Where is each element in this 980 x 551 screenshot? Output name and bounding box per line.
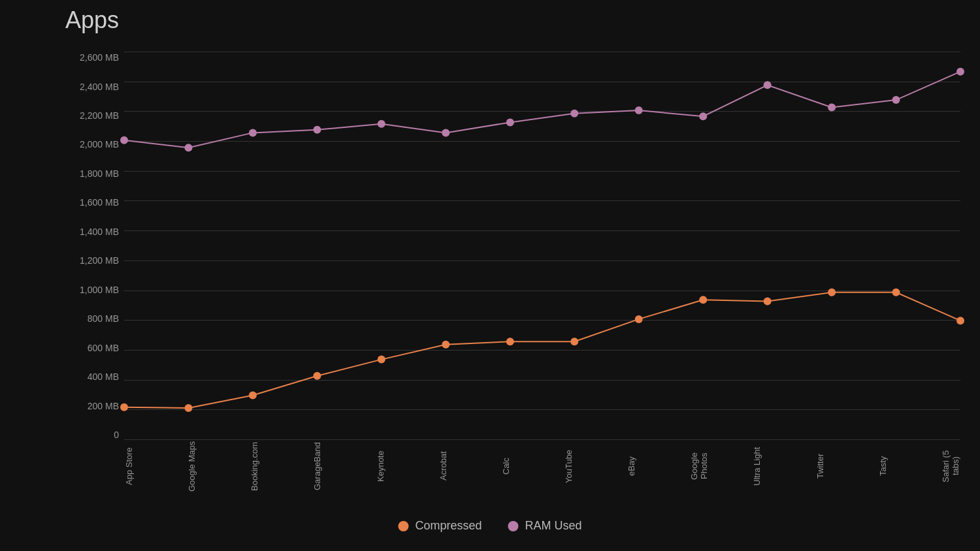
x-label: Keynote (376, 440, 395, 492)
chart-title: Apps (65, 7, 119, 34)
ram-used-dot (570, 110, 578, 118)
legend: Compressed RAM Used (398, 519, 581, 533)
x-label: GarageBand (312, 440, 332, 492)
x-label: Google Maps (187, 440, 206, 492)
ram-used-dot (635, 106, 643, 114)
y-label: 400 MB (65, 371, 124, 382)
x-label: YouTube (564, 440, 583, 492)
x-label: eBay (627, 440, 646, 492)
ram-used-dot (120, 136, 128, 144)
y-label: 600 MB (65, 343, 124, 353)
ram-used-label: RAM Used (525, 519, 582, 533)
chart-svg (124, 52, 960, 440)
y-label: 2,200 MB (65, 110, 124, 121)
compressed-dot (249, 392, 257, 400)
compressed-line (124, 292, 960, 408)
compressed-dot (764, 298, 772, 306)
compressed-label: Compressed (415, 519, 482, 533)
x-label: Tasty (878, 440, 898, 492)
x-label: Twitter (815, 440, 835, 492)
compressed-dot (313, 372, 321, 380)
compressed-dot (635, 315, 643, 323)
y-label: 2,000 MB (65, 139, 124, 150)
y-label: 200 MB (65, 401, 124, 411)
compressed-dot (956, 317, 964, 324)
ram-used-dot (442, 129, 449, 136)
y-label: 800 MB (65, 313, 124, 324)
compressed-dot (892, 289, 900, 296)
ram-used-dot (249, 129, 257, 136)
ram-used-dot (378, 120, 385, 128)
legend-compressed: Compressed (398, 519, 482, 533)
y-axis: 0200 MB400 MB600 MB800 MB1,000 MB1,200 M… (65, 52, 124, 440)
ram-used-dot (956, 68, 964, 76)
y-label: 1,800 MB (65, 168, 124, 179)
x-label: Google Photos (689, 440, 709, 492)
ram-used-dot (892, 96, 900, 104)
ram-used-dot (828, 104, 836, 112)
compressed-dot (828, 289, 836, 296)
ram-used-dot (508, 521, 519, 531)
x-label: Booking.com (250, 440, 269, 492)
ram-used-dot (699, 112, 707, 120)
y-label: 1,200 MB (65, 255, 124, 266)
y-label: 1,000 MB (65, 285, 124, 295)
compressed-dot (398, 521, 408, 531)
ram-used-dot (506, 118, 514, 126)
compressed-dot (120, 403, 128, 411)
compressed-dot (506, 338, 514, 345)
x-axis: App StoreGoogle MapsBooking.comGarageBan… (124, 440, 960, 492)
compressed-dot (570, 338, 578, 345)
y-label: 2,600 MB (65, 52, 124, 63)
compressed-dot (378, 356, 385, 364)
y-label: 1,400 MB (65, 227, 124, 237)
chart-area: 0200 MB400 MB600 MB800 MB1,000 MB1,200 M… (65, 52, 960, 440)
ram-used-dot (764, 81, 772, 89)
compressed-dot (442, 341, 449, 349)
compressed-dot (185, 404, 193, 412)
y-label: 2,400 MB (65, 82, 124, 92)
x-label: Calc (501, 440, 521, 492)
x-label: Ultra Light (752, 440, 772, 492)
ram-used-dot (313, 126, 321, 134)
x-label: Acrobat (438, 440, 458, 492)
legend-ram-used: RAM Used (508, 519, 582, 533)
chart-container: Apps 0200 MB400 MB600 MB800 MB1,000 MB1,… (0, 0, 980, 551)
x-label: App Store (124, 440, 144, 492)
x-label: Safari (5 tabs) (941, 440, 960, 492)
y-label: 0 (65, 430, 124, 440)
y-label: 1,600 MB (65, 197, 124, 208)
ram-used-dot (185, 144, 193, 151)
compressed-dot (699, 296, 707, 304)
